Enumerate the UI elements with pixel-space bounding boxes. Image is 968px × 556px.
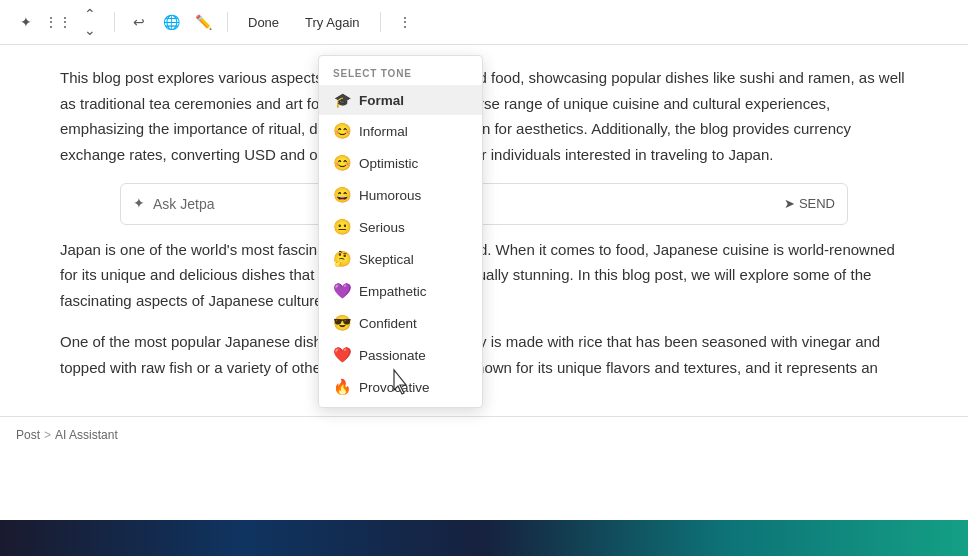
passionate-icon: ❤️ (333, 346, 351, 364)
tone-item-informal[interactable]: 😊 Informal (319, 115, 482, 147)
informal-label: Informal (359, 124, 408, 139)
skeptical-label: Skeptical (359, 252, 414, 267)
done-button[interactable]: Done (238, 11, 289, 34)
toolbar: ✦ ⋮⋮ ⌃⌄ ↩ 🌐 ✏️ Done Try Again ⋮ (0, 0, 968, 45)
tone-item-formal[interactable]: 🎓 Formal (319, 85, 482, 115)
tone-dropdown-header: SELECT TONE (319, 60, 482, 85)
try-again-button[interactable]: Try Again (295, 11, 369, 34)
reply-icon[interactable]: ↩ (125, 8, 153, 36)
breadcrumb-separator-1: > (44, 428, 51, 442)
tone-item-empathetic[interactable]: 💜 Empathetic (319, 275, 482, 307)
breadcrumb-bar: Post > AI Assistant (0, 416, 968, 452)
provocative-icon: 🔥 (333, 378, 351, 396)
paragraph-2: Japan is one of the world's most fascina… (60, 237, 908, 314)
formal-icon: 🎓 (333, 92, 351, 108)
tone-item-confident[interactable]: 😎 Confident (319, 307, 482, 339)
grid-icon[interactable]: ⋮⋮ (44, 8, 72, 36)
serious-label: Serious (359, 220, 405, 235)
humorous-label: Humorous (359, 188, 421, 203)
send-button[interactable]: ➤ SEND (784, 193, 835, 215)
informal-icon: 😊 (333, 122, 351, 140)
sparkle-icon[interactable]: ✦ (12, 8, 40, 36)
skeptical-icon: 🤔 (333, 250, 351, 268)
optimistic-icon: 😊 (333, 154, 351, 172)
send-icon: ➤ (784, 193, 795, 215)
editor-content: This blog post explores various aspects … (0, 45, 968, 416)
tone-item-optimistic[interactable]: 😊 Optimistic (319, 147, 482, 179)
passionate-label: Passionate (359, 348, 426, 363)
humorous-icon: 😄 (333, 186, 351, 204)
globe-icon[interactable]: 🌐 (157, 8, 185, 36)
toolbar-divider-3 (380, 12, 381, 32)
tone-item-passionate[interactable]: ❤️ Passionate (319, 339, 482, 371)
tone-item-humorous[interactable]: 😄 Humorous (319, 179, 482, 211)
confident-label: Confident (359, 316, 417, 331)
optimistic-label: Optimistic (359, 156, 418, 171)
toolbar-divider-1 (114, 12, 115, 32)
paragraph-3: One of the most popular Japanese dishes … (60, 329, 908, 380)
empathetic-label: Empathetic (359, 284, 427, 299)
footer-gradient (0, 520, 968, 556)
more-options-button[interactable]: ⋮ (391, 8, 419, 36)
toolbar-divider-2 (227, 12, 228, 32)
breadcrumb-ai-assistant: AI Assistant (55, 428, 118, 442)
toolbar-icons-group: ✦ ⋮⋮ ⌃⌄ (12, 8, 104, 36)
provocative-label: Provocative (359, 380, 430, 395)
chevron-updown-icon[interactable]: ⌃⌄ (76, 8, 104, 36)
formal-label: Formal (359, 93, 404, 108)
serious-icon: 😐 (333, 218, 351, 236)
confident-icon: 😎 (333, 314, 351, 332)
breadcrumb-post: Post (16, 428, 40, 442)
tone-item-skeptical[interactable]: 🤔 Skeptical (319, 243, 482, 275)
ask-jetpack-bar[interactable]: ✦ ➤ SEND (120, 183, 848, 225)
jetpack-icon: ✦ (133, 192, 145, 216)
toolbar-action-group: ↩ 🌐 ✏️ (125, 8, 217, 36)
paragraph-1: This blog post explores various aspects … (60, 65, 908, 167)
send-label: SEND (799, 193, 835, 215)
empathetic-icon: 💜 (333, 282, 351, 300)
tone-dropdown: SELECT TONE 🎓 Formal 😊 Informal 😊 Optimi… (318, 55, 483, 408)
tone-item-provocative[interactable]: 🔥 Provocative (319, 371, 482, 403)
pencil-icon[interactable]: ✏️ (189, 8, 217, 36)
tone-item-serious[interactable]: 😐 Serious (319, 211, 482, 243)
